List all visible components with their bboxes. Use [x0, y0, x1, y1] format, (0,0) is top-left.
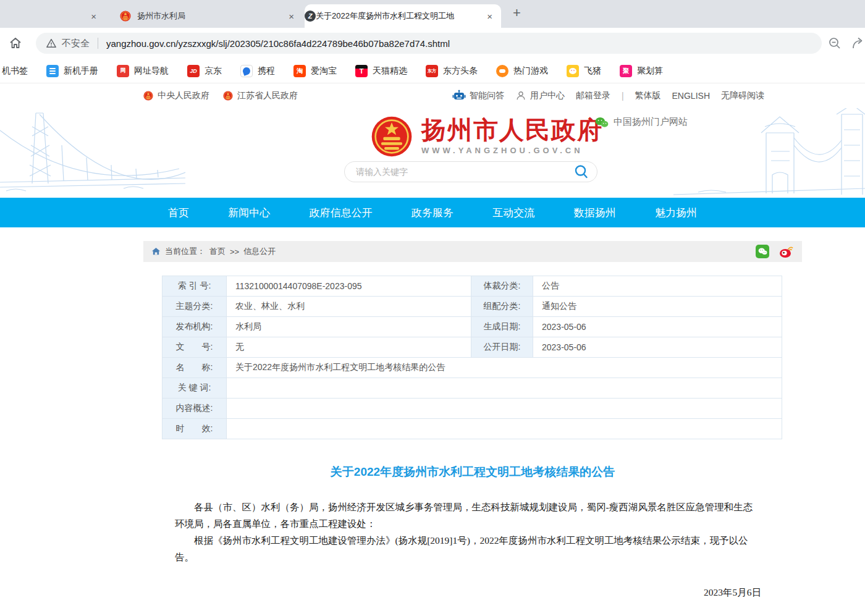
- link-accessibility[interactable]: 无障碍阅读: [721, 90, 764, 101]
- meta-value: [227, 399, 782, 419]
- gov-emblem-favicon: [120, 11, 131, 22]
- tab-title: 扬州市水利局: [137, 11, 185, 22]
- taobao-icon: 淘: [293, 65, 306, 77]
- site-utility-bar: 中央人民政府 江苏省人民政府 智能问答 用: [0, 83, 865, 108]
- nav-home[interactable]: 首页: [168, 206, 189, 220]
- table-row: 时 效:: [162, 419, 782, 439]
- jd-icon: JD: [187, 65, 200, 77]
- gov-emblem-icon: [223, 91, 233, 101]
- site-favicon: Z: [305, 11, 316, 22]
- browser-toolbar: 不安全 yangzhou.gov.cn/yzszxxgk/slj/202305/…: [0, 28, 865, 59]
- meta-value: 2023-05-06: [533, 337, 782, 358]
- link-smart-qa[interactable]: 智能问答: [452, 90, 504, 102]
- games-icon: [496, 65, 508, 77]
- bookmark-remenyouxi[interactable]: 热门游戏: [496, 65, 548, 77]
- bookmark-xinjishouce[interactable]: 新机手册: [46, 65, 98, 77]
- portal-link[interactable]: 中国扬州门户网站: [595, 116, 688, 128]
- link-english[interactable]: ENGLISH: [672, 91, 710, 101]
- tmall-icon: T: [355, 65, 368, 77]
- link-central-gov[interactable]: 中央人民政府: [143, 90, 209, 101]
- share-weibo-icon[interactable]: [779, 245, 794, 258]
- site-search: [344, 161, 597, 182]
- bookmark-aitaobao[interactable]: 淘 爱淘宝: [293, 65, 337, 77]
- link-user-center[interactable]: 用户中心: [515, 90, 565, 101]
- meta-label: 公开日期:: [471, 337, 533, 358]
- url-text[interactable]: yangzhou.gov.cn/yzszxxgk/slj/202305/210c…: [106, 38, 450, 49]
- gov-emblem-icon: [143, 91, 153, 101]
- bookmark-jingdong[interactable]: JD 京东: [187, 65, 222, 77]
- meta-label: 时 效:: [162, 419, 227, 439]
- address-divider: [98, 38, 98, 49]
- ctrip-dolphin-icon: [240, 65, 253, 77]
- header-art-right: [673, 108, 865, 198]
- nav-services[interactable]: 政务服务: [411, 206, 454, 220]
- tab-shuiliju[interactable]: 扬州市水利局 ×: [106, 4, 303, 28]
- link-mail-login[interactable]: 邮箱登录: [576, 90, 610, 101]
- meta-value: 通知公告: [533, 297, 782, 317]
- breadcrumb: 当前位置： 首页 >> 信息公开: [143, 241, 802, 262]
- bookmark-xiecheng[interactable]: 携程: [240, 65, 275, 77]
- meta-value: 水利局: [227, 317, 471, 337]
- site-domain: WWW.YANGZHOU.GOV.CN: [421, 146, 603, 155]
- breadcrumb-home-icon[interactable]: [151, 247, 161, 256]
- site-name: 扬州市人民政府: [421, 116, 603, 144]
- share-wechat-icon[interactable]: [756, 245, 769, 258]
- nav-news[interactable]: 新闻中心: [228, 206, 270, 220]
- meta-value: 无: [227, 337, 471, 358]
- browser-tab-strip: × 扬州市水利局 × Z 关于2022年度扬州市水利工程文明工地 × +: [0, 0, 865, 28]
- link-jiangsu-gov[interactable]: 江苏省人民政府: [223, 90, 298, 101]
- meta-value: 关于2022年度扬州市水利工程文明工地考核结果的公告: [227, 358, 782, 378]
- home-icon[interactable]: [8, 36, 23, 51]
- article-paragraph: 根据《扬州市水利工程文明工地建设管理办法》(扬水规[2019]1号)，2022年…: [175, 532, 761, 565]
- table-row: 文 号: 无 公开日期: 2023-05-06: [162, 337, 782, 358]
- tab-close-icon[interactable]: ×: [91, 11, 96, 22]
- nav-charm[interactable]: 魅力扬州: [655, 206, 697, 220]
- meta-label: 生成日期:: [471, 317, 533, 337]
- zoom-out-icon[interactable]: [828, 36, 842, 50]
- tab-partial[interactable]: ×: [0, 4, 105, 28]
- meta-label: 关 键 词:: [162, 378, 227, 399]
- tab-close-icon[interactable]: ×: [289, 11, 294, 22]
- wechat-icon: [595, 117, 609, 128]
- new-tab-button[interactable]: +: [513, 5, 521, 21]
- header-art-left: [0, 108, 185, 198]
- share-arrow-icon[interactable]: [851, 36, 865, 50]
- utility-divider: |: [622, 91, 624, 101]
- meta-label: 发布机构:: [162, 317, 227, 337]
- table-row: 关 键 词:: [162, 378, 782, 399]
- search-input[interactable]: [356, 167, 573, 177]
- tab-active-article[interactable]: Z 关于2022年度扬州市水利工程文明工地 ×: [305, 4, 501, 28]
- meta-value: 公告: [533, 276, 782, 297]
- meta-value: [227, 419, 782, 439]
- bookmark-shoujishuqian[interactable]: 机书签: [2, 65, 28, 77]
- breadcrumb-home-link[interactable]: 首页: [209, 246, 226, 257]
- meta-label: 内容概述:: [162, 399, 227, 419]
- security-label[interactable]: 不安全: [62, 38, 90, 49]
- breadcrumb-current[interactable]: 信息公开: [243, 246, 276, 257]
- breadcrumb-prefix: 当前位置：: [165, 246, 205, 257]
- link-traditional[interactable]: 繁体版: [635, 90, 661, 101]
- metadata-table: 索 引 号: 11321000014407098E-2023-095 体裁分类:…: [162, 276, 782, 439]
- article-date: 2023年5月6日: [175, 584, 761, 601]
- bookmark-tmall[interactable]: T 天猫精选: [355, 65, 407, 77]
- bookmark-wangzhidaohang[interactable]: 网 网址导航: [117, 65, 169, 77]
- bookmark-juhuasuan[interactable]: 聚 聚划算: [620, 65, 663, 77]
- tab-close-icon[interactable]: ×: [487, 11, 492, 22]
- meta-label: 组配分类:: [471, 297, 533, 317]
- table-row: 内容概述:: [162, 399, 782, 419]
- nav-site-icon: 网: [117, 65, 129, 77]
- user-icon: [515, 90, 526, 101]
- search-icon[interactable]: [573, 164, 589, 180]
- tab-title: 关于2022年度扬州市水利工程文明工地: [316, 11, 454, 22]
- fliggy-pig-icon: [567, 65, 579, 77]
- address-bar[interactable]: 不安全 yangzhou.gov.cn/yzszxxgk/slj/202305/…: [36, 33, 822, 54]
- bookmark-dongfangtoutiao[interactable]: 东方 东方头条: [426, 65, 478, 77]
- nav-interaction[interactable]: 互动交流: [492, 206, 534, 220]
- table-row: 发布机构: 水利局 生成日期: 2023-05-06: [162, 317, 782, 337]
- nav-info-disclosure[interactable]: 政府信息公开: [310, 206, 373, 220]
- table-row: 名 称: 关于2022年度扬州市水利工程文明工地考核结果的公告: [162, 358, 782, 378]
- nav-data[interactable]: 数据扬州: [574, 206, 616, 220]
- meta-value: 11321000014407098E-2023-095: [227, 276, 471, 297]
- bookmark-feizhu[interactable]: 飞猪: [567, 65, 601, 77]
- site-logo[interactable]: 扬州市人民政府 WWW.YANGZHOU.GOV.CN: [371, 116, 603, 158]
